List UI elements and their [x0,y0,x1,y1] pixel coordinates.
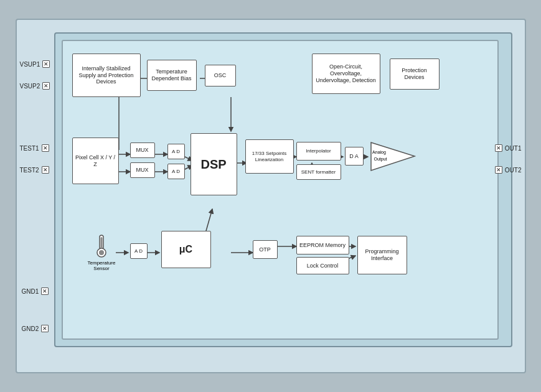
temperature-sensor-area: Temperature Sensor [82,234,122,271]
ad1-block: A D [167,144,185,159]
osc-block: OSC [205,65,236,86]
protection-devices-block: Protection Devices [390,58,440,90]
vsup1-pin: VSUP1 ✕ [20,60,50,68]
out2-pin: ✕ OUT2 [495,166,522,174]
gnd1-x-marker: ✕ [41,287,49,295]
sent-formatter-block: SENT formatter [296,164,341,180]
linearization-block: 17/33 Setpoints Linearization [245,139,294,174]
gnd2-x-marker: ✕ [41,325,49,332]
temperature-sensor-label: Temperature Sensor [82,260,122,271]
test1-label: TEST1 [20,145,39,152]
test2-pin: TEST2 ✕ [20,166,49,174]
out2-label: OUT2 [505,167,522,174]
out2-x-marker: ✕ [495,166,502,174]
vsup2-label: VSUP2 [20,83,40,90]
vsup1-label: VSUP1 [20,61,40,68]
diagram-container: Internally Stabilized Supply and Protect… [16,19,526,373]
temperature-dependent-bias-block: Temperature Dependent Bias [147,60,197,91]
gnd2-label: GND2 [22,325,39,332]
pixel-cell-block: Pixel Cell X / Y / Z [72,138,119,184]
chip-inner: Internally Stabilized Supply and Protect… [62,40,499,340]
internally-stabilized-block: Internally Stabilized Supply and Protect… [72,54,141,97]
svg-text:Output: Output [374,157,387,162]
test2-x-marker: ✕ [42,166,49,174]
mux2-block: MUX [130,162,155,178]
vsup2-pin: VSUP2 ✕ [20,82,50,90]
gnd1-label: GND1 [22,288,39,295]
eeprom-block: EEPROM Memory [296,236,349,254]
svg-text:Analog: Analog [372,150,386,155]
vsup1-x-marker: ✕ [42,60,50,68]
test1-pin: TEST1 ✕ [20,144,49,152]
svg-point-29 [99,250,104,255]
ad2-block: A D [167,164,185,179]
mux1-block: MUX [130,142,155,158]
otp-block: OTP [253,240,278,259]
interpolator-block: Interpolator [296,142,341,161]
analog-output-block: Analog Output [368,139,418,174]
gnd2-pin: GND2 ✕ [22,325,49,332]
thermometer-icon [95,234,108,259]
out1-x-marker: ✕ [495,144,502,152]
ad3-block: A D [130,243,148,259]
gnd1-pin: GND1 ✕ [22,287,49,295]
test1-x-marker: ✕ [42,144,49,152]
programming-interface-block: Programming Interface [357,236,407,274]
out1-pin: ✕ OUT1 [495,144,522,152]
dsp-block: DSP [191,133,237,195]
uc-block: μC [161,231,211,268]
svg-rect-28 [101,237,103,248]
open-circuit-block: Open-Circuit, Overvoltage, Undervoltage,… [312,54,380,94]
vsup2-x-marker: ✕ [42,82,50,90]
out1-label: OUT1 [505,145,522,152]
lock-control-block: Lock Control [296,257,349,274]
da-block: D A [345,147,364,166]
test2-label: TEST2 [20,167,39,174]
chip-outer: Internally Stabilized Supply and Protect… [54,32,512,347]
